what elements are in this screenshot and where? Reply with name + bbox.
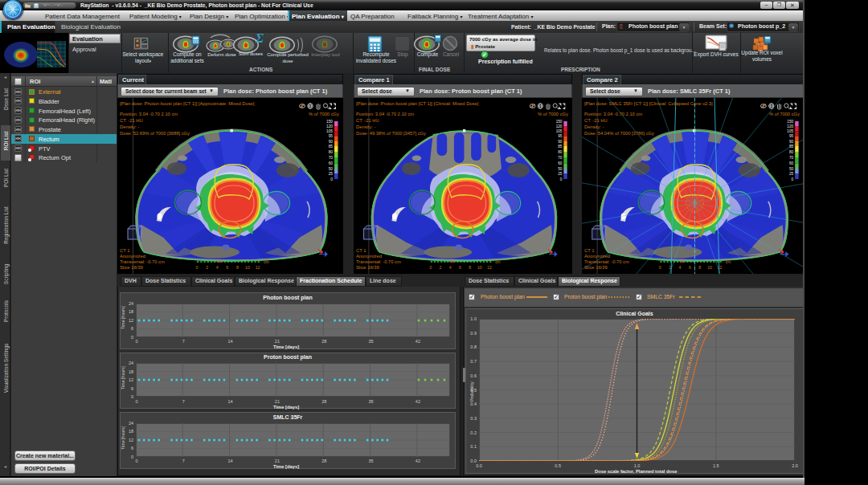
svg-text:Σ: Σ (255, 33, 264, 45)
